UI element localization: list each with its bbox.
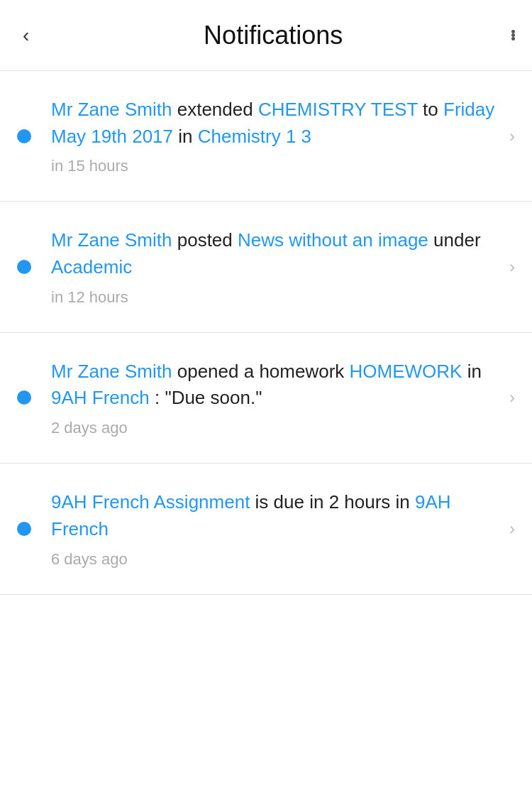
app-header: ‹ Notifications — [0, 0, 532, 71]
unread-dot — [17, 129, 31, 143]
notification-link: CHEMISTRY TEST — [258, 99, 418, 120]
chevron-right-icon: › — [509, 519, 515, 539]
notification-text: Mr Zane Smith posted News without an ima… — [51, 227, 498, 280]
notification-time: in 15 hours — [51, 157, 498, 175]
back-button[interactable]: ‹ — [17, 18, 35, 53]
chevron-right-icon: › — [509, 388, 515, 407]
notification-link: Academic — [51, 256, 132, 278]
notification-plain: is due in 2 hours in — [250, 491, 415, 513]
notification-plain: : "Due soon." — [150, 387, 262, 408]
notification-content: Mr Zane Smith opened a homework HOMEWORK… — [51, 358, 498, 437]
notification-time: 6 days ago — [51, 550, 498, 569]
notification-plain: posted — [172, 229, 238, 251]
notification-content: Mr Zane Smith posted News without an ima… — [51, 227, 498, 306]
notification-link: Mr Zane Smith — [51, 99, 172, 120]
notification-plain: under — [428, 229, 481, 251]
dot-3 — [511, 37, 515, 40]
unread-dot — [17, 522, 31, 536]
more-menu-button[interactable] — [511, 30, 515, 40]
notification-plain: opened a homework — [172, 361, 350, 382]
notification-link: HOMEWORK — [350, 361, 462, 382]
notification-text: Mr Zane Smith extended CHEMISTRY TEST to… — [51, 97, 498, 150]
notification-link: Mr Zane Smith — [51, 361, 172, 382]
notification-plain: in — [173, 126, 198, 147]
notification-time: in 12 hours — [51, 288, 498, 307]
notification-text: 9AH French Assignment is due in 2 hours … — [51, 489, 498, 542]
notification-link: Chemistry 1 3 — [198, 126, 311, 147]
notification-link: News without an image — [238, 229, 428, 251]
chevron-right-icon: › — [509, 126, 515, 146]
notification-item[interactable]: Mr Zane Smith extended CHEMISTRY TEST to… — [0, 71, 532, 202]
notification-item[interactable]: 9AH French Assignment is due in 2 hours … — [0, 464, 532, 594]
notification-plain: in — [462, 361, 481, 382]
unread-dot — [17, 390, 31, 405]
notification-link: 9AH French — [51, 387, 150, 408]
notification-text: Mr Zane Smith opened a homework HOMEWORK… — [51, 358, 498, 412]
notification-plain: to — [418, 99, 443, 120]
notification-plain: extended — [172, 99, 258, 120]
notification-content: 9AH French Assignment is due in 2 hours … — [51, 489, 498, 568]
page-title: Notifications — [204, 21, 343, 50]
unread-dot — [17, 260, 31, 274]
notification-time: 2 days ago — [51, 419, 498, 437]
notification-content: Mr Zane Smith extended CHEMISTRY TEST to… — [51, 97, 498, 175]
notification-link: Mr Zane Smith — [51, 229, 172, 251]
notification-item[interactable]: Mr Zane Smith opened a homework HOMEWORK… — [0, 333, 532, 464]
notification-link: 9AH French Assignment — [51, 491, 250, 513]
notification-list: Mr Zane Smith extended CHEMISTRY TEST to… — [0, 71, 532, 595]
chevron-right-icon: › — [509, 257, 515, 277]
notification-item[interactable]: Mr Zane Smith posted News without an ima… — [0, 202, 532, 332]
